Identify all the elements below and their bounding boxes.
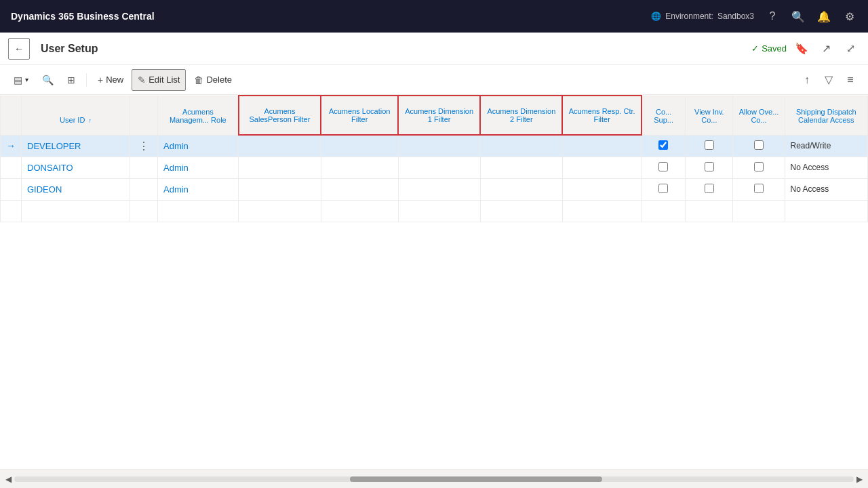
checkmark-icon: ✓	[751, 43, 759, 54]
table-row[interactable]: DONSAITOAdminNo Access	[1, 157, 868, 178]
cell-dots[interactable]	[130, 178, 158, 200]
cell-management-role[interactable]: Admin	[158, 157, 239, 178]
cell-resp-ctr-filter[interactable]	[562, 178, 642, 200]
row-context-menu-button[interactable]: ⋮	[136, 140, 152, 152]
cell-user-id[interactable]	[22, 200, 130, 222]
cell-management-role[interactable]	[158, 200, 239, 222]
delete-button[interactable]: 🗑 Delete	[189, 69, 237, 91]
cell-resp-ctr-filter[interactable]	[562, 157, 642, 178]
cell-dots[interactable]	[130, 200, 158, 222]
col-header-view-inv[interactable]: View Inv. Co...	[686, 96, 733, 135]
col-header-dimension1-filter[interactable]: Acumens Dimension 1 Filter	[398, 96, 480, 135]
col-header-dimension2-filter[interactable]: Acumens Dimension 2 Filter	[480, 96, 562, 135]
back-button[interactable]: ←	[8, 38, 30, 60]
bookmark-icon[interactable]: 🔖	[792, 39, 811, 58]
cell-salesperson-filter[interactable]	[239, 135, 321, 157]
co-sup-checkbox[interactable]	[658, 162, 668, 171]
cell-co-sup[interactable]	[642, 178, 686, 200]
cell-dimension1-filter[interactable]	[398, 135, 480, 157]
cell-allow-over[interactable]	[733, 200, 785, 222]
search-button[interactable]: 🔍	[37, 69, 59, 91]
toolbar-right: ↑ ▽ ≡	[797, 70, 860, 89]
cell-user-id[interactable]: GIDEON	[22, 178, 130, 200]
col-header-allow-over[interactable]: Allow Ove... Co...	[733, 96, 785, 135]
cell-co-sup[interactable]	[642, 135, 686, 157]
allow-over-checkbox[interactable]	[754, 184, 764, 193]
scroll-left-arrow[interactable]: ◀	[5, 474, 12, 484]
cell-location-filter[interactable]	[321, 200, 398, 222]
cell-dots[interactable]	[130, 157, 158, 178]
cell-dots[interactable]: ⋮	[130, 135, 158, 157]
layout-button[interactable]: ⊞	[62, 69, 81, 91]
cell-dimension2-filter[interactable]	[480, 200, 562, 222]
view-inv-checkbox[interactable]	[705, 140, 714, 150]
cell-location-filter[interactable]	[321, 178, 398, 200]
view-inv-checkbox[interactable]	[705, 184, 714, 193]
table-row[interactable]	[1, 200, 868, 222]
environment-info: 🌐 Environment: Sandbox3	[651, 12, 754, 21]
col-header-user-id[interactable]: User ID ↑	[22, 96, 130, 135]
view-button[interactable]: ▤ ▾	[8, 69, 34, 91]
cell-dimension1-filter[interactable]	[398, 200, 480, 222]
cell-shipping-dispatch[interactable]	[785, 200, 868, 222]
scroll-track[interactable]	[14, 476, 854, 482]
secondary-bar: ← User Setup ✓ Saved 🔖 ↗ ⤢	[0, 33, 868, 65]
view-inv-checkbox[interactable]	[705, 162, 714, 171]
scroll-right-arrow[interactable]: ▶	[856, 474, 863, 484]
help-icon[interactable]: ?	[765, 9, 780, 24]
cell-user-id[interactable]: DONSAITO	[22, 157, 130, 178]
cell-salesperson-filter[interactable]	[239, 200, 321, 222]
table-row[interactable]: GIDEONAdminNo Access	[1, 178, 868, 200]
cell-location-filter[interactable]	[321, 157, 398, 178]
cell-dimension2-filter[interactable]	[480, 157, 562, 178]
col-header-co-sup[interactable]: Co... Sup...	[642, 96, 686, 135]
cell-dimension1-filter[interactable]	[398, 178, 480, 200]
cell-user-id[interactable]: DEVELOPER	[22, 135, 130, 157]
cell-allow-over[interactable]	[733, 157, 785, 178]
cell-salesperson-filter[interactable]	[239, 178, 321, 200]
settings-icon[interactable]: ⚙	[842, 9, 857, 24]
co-sup-checkbox[interactable]	[658, 184, 668, 193]
cell-shipping-dispatch[interactable]: Read/Write	[785, 135, 868, 157]
view-icon: ▤	[14, 75, 22, 85]
col-header-management-role[interactable]: Acumens Managem... Role	[158, 96, 239, 135]
filter-icon[interactable]: ▽	[819, 70, 838, 89]
cell-management-role[interactable]: Admin	[158, 135, 239, 157]
scroll-thumb[interactable]	[350, 476, 601, 482]
col-header-location-filter[interactable]: Acumens Location Filter	[321, 96, 398, 135]
cell-dimension1-filter[interactable]	[398, 157, 480, 178]
columns-icon[interactable]: ≡	[841, 70, 860, 89]
cell-co-sup[interactable]	[642, 200, 686, 222]
cell-shipping-dispatch[interactable]: No Access	[785, 157, 868, 178]
cell-management-role[interactable]: Admin	[158, 178, 239, 200]
cell-shipping-dispatch[interactable]: No Access	[785, 178, 868, 200]
cell-resp-ctr-filter[interactable]	[562, 135, 642, 157]
table-row[interactable]: →DEVELOPER⋮AdminRead/Write	[1, 135, 868, 157]
cell-resp-ctr-filter[interactable]	[562, 200, 642, 222]
cell-allow-over[interactable]	[733, 178, 785, 200]
cell-allow-over[interactable]	[733, 135, 785, 157]
cell-view-inv[interactable]	[686, 157, 733, 178]
col-header-salesperson-filter[interactable]: Acumens SalesPerson Filter	[239, 96, 321, 135]
share-icon[interactable]: ↑	[797, 70, 816, 89]
cell-co-sup[interactable]	[642, 157, 686, 178]
edit-list-button[interactable]: ✎ Edit List	[132, 69, 186, 91]
cell-salesperson-filter[interactable]	[239, 157, 321, 178]
cell-view-inv[interactable]	[686, 200, 733, 222]
search-top-icon[interactable]: 🔍	[791, 9, 806, 24]
col-header-resp-ctr-filter[interactable]: Acumens Resp. Ctr. Filter	[562, 96, 642, 135]
notification-icon[interactable]: 🔔	[816, 9, 831, 24]
new-button[interactable]: + New	[92, 69, 129, 91]
cell-dimension2-filter[interactable]	[480, 178, 562, 200]
open-new-tab-icon[interactable]: ↗	[816, 39, 835, 58]
cell-view-inv[interactable]	[686, 178, 733, 200]
co-sup-checkbox[interactable]	[658, 140, 668, 150]
cell-view-inv[interactable]	[686, 135, 733, 157]
col-header-shipping-dispatch[interactable]: Shipping Dispatch Calendar Access	[785, 96, 868, 135]
expand-icon[interactable]: ⤢	[841, 39, 860, 58]
allow-over-checkbox[interactable]	[754, 140, 764, 150]
cell-location-filter[interactable]	[321, 135, 398, 157]
app-title: Dynamics 365 Business Central	[11, 11, 640, 22]
allow-over-checkbox[interactable]	[754, 162, 764, 171]
cell-dimension2-filter[interactable]	[480, 135, 562, 157]
